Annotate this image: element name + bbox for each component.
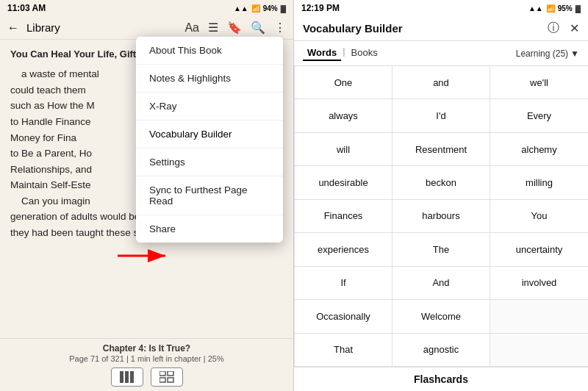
word-cell-4[interactable]: I'd	[392, 99, 490, 132]
font-icon[interactable]: Aa	[184, 21, 199, 35]
nav-icons: Aa ☰ 🔖 🔍 ⋮	[184, 21, 286, 35]
tabs-row: Words | Books Learning (25) ▼	[294, 41, 588, 66]
status-bar-right: 12:19 PM ▲▲ 📶 95% ▓	[294, 0, 588, 16]
top-nav-right: Vocabulary Builder ⓘ ✕	[294, 16, 588, 41]
word-cell-2[interactable]: we'll	[490, 66, 588, 99]
word-cell-21[interactable]: Occasionally	[295, 300, 392, 333]
word-cell-7[interactable]: Resentment	[392, 133, 490, 166]
word-cell-15[interactable]: experiences	[295, 233, 392, 266]
svg-rect-5	[159, 378, 165, 382]
word-cell-19[interactable]: And	[392, 267, 490, 300]
svg-rect-2	[130, 371, 134, 383]
wifi-icon-right: 📶	[546, 4, 555, 12]
right-panel: 12:19 PM ▲▲ 📶 95% ▓ Vocabulary Builder ⓘ…	[294, 0, 588, 391]
more-icon[interactable]: ⋮	[274, 21, 286, 35]
list-icon[interactable]: ☰	[208, 21, 218, 35]
wifi-icon-left: 📶	[251, 4, 260, 12]
word-cell-6[interactable]: will	[295, 133, 392, 166]
flashcards-label: Flashcards	[414, 373, 468, 385]
word-cell-14[interactable]: You	[490, 200, 588, 233]
search-icon[interactable]: 🔍	[251, 21, 265, 35]
menu-item-vocab[interactable]: Vocabulary Builder	[136, 121, 283, 148]
word-cell-13[interactable]: harbours	[392, 200, 490, 233]
page-info: Page 71 of 321 | 1 min left in chapter |…	[7, 354, 286, 363]
tab-books[interactable]: Books	[347, 46, 382, 61]
word-cell-23	[490, 300, 588, 333]
bookmark-icon[interactable]: 🔖	[227, 21, 242, 35]
svg-rect-0	[120, 371, 123, 383]
status-icons-right: ▲▲ 📶 95% ▓	[528, 4, 581, 12]
bottom-bar-left: Chapter 4: Is It True? Page 71 of 321 | …	[0, 338, 293, 391]
time-left: 11:03 AM	[7, 3, 46, 13]
svg-rect-3	[159, 371, 165, 376]
word-cell-0[interactable]: One	[295, 66, 392, 99]
battery-icon-right: ▓	[576, 4, 581, 12]
chapter-info: Chapter 4: Is It True?	[7, 343, 286, 354]
word-cell-3[interactable]: always	[295, 99, 392, 132]
close-icon[interactable]: ✕	[570, 21, 579, 35]
battery-right: 95%	[558, 4, 573, 12]
menu-item-xray[interactable]: X-Ray	[136, 93, 283, 121]
status-icons-left: ▲▲ 📶 94% ▓	[234, 4, 286, 12]
menu-item-share[interactable]: Share	[136, 215, 283, 243]
word-cell-25[interactable]: agnostic	[392, 334, 490, 367]
time-right: 12:19 PM	[301, 3, 340, 13]
word-cell-20[interactable]: involved	[490, 267, 588, 300]
left-panel: 11:03 AM ▲▲ 📶 94% ▓ ← Library Aa ☰ 🔖 🔍 ⋮…	[0, 0, 294, 391]
word-cell-26	[490, 334, 588, 367]
learning-badge[interactable]: Learning (25) ▼	[516, 49, 579, 59]
word-cell-24[interactable]: That	[295, 334, 392, 367]
learning-text: Learning (25)	[516, 49, 568, 59]
word-cell-12[interactable]: Finances	[295, 200, 392, 233]
word-cell-5[interactable]: Every	[490, 99, 588, 132]
word-cell-8[interactable]: alchemy	[490, 133, 588, 166]
info-icon[interactable]: ⓘ	[548, 21, 559, 36]
word-cell-10[interactable]: beckon	[392, 166, 490, 199]
words-grid: One and we'll always I'd Every will Rese…	[294, 66, 588, 367]
word-cell-16[interactable]: The	[392, 233, 490, 266]
word-cell-17[interactable]: uncertainty	[490, 233, 588, 266]
back-button[interactable]: ←	[7, 21, 19, 35]
view-grid-button[interactable]	[151, 367, 183, 387]
view-bar-button[interactable]	[111, 367, 143, 387]
right-nav-icons: ⓘ ✕	[548, 21, 579, 36]
battery-left: 94%	[263, 4, 278, 12]
signal-icon-right: ▲▲	[528, 4, 543, 12]
menu-item-settings[interactable]: Settings	[136, 148, 283, 176]
battery-icon-left: ▓	[281, 4, 286, 12]
word-cell-1[interactable]: and	[392, 66, 490, 99]
menu-item-about[interactable]: About This Book	[136, 37, 283, 65]
view-icons	[7, 367, 286, 387]
flashcards-footer[interactable]: Flashcards	[294, 367, 588, 391]
word-cell-9[interactable]: undesirable	[295, 166, 392, 199]
dropdown-menu: About This Book Notes & Highlights X-Ray…	[136, 37, 283, 243]
chevron-down-icon: ▼	[570, 49, 579, 59]
tabs-left: Words | Books	[303, 46, 382, 61]
svg-rect-4	[168, 371, 173, 376]
library-label[interactable]: Library	[26, 21, 177, 34]
menu-item-sync[interactable]: Sync to Furthest Page Read	[136, 176, 283, 215]
word-cell-22[interactable]: Welcome	[392, 300, 490, 333]
status-bar-left: 11:03 AM ▲▲ 📶 94% ▓	[0, 0, 293, 16]
svg-rect-6	[168, 378, 173, 382]
vocab-title: Vocabulary Builder	[303, 22, 548, 35]
tab-divider: |	[341, 46, 346, 61]
svg-rect-1	[125, 371, 129, 383]
menu-item-notes[interactable]: Notes & Highlights	[136, 65, 283, 93]
signal-icon-left: ▲▲	[234, 4, 248, 12]
word-cell-11[interactable]: milling	[490, 166, 588, 199]
tab-words[interactable]: Words	[303, 46, 341, 61]
word-cell-18[interactable]: If	[295, 267, 392, 300]
